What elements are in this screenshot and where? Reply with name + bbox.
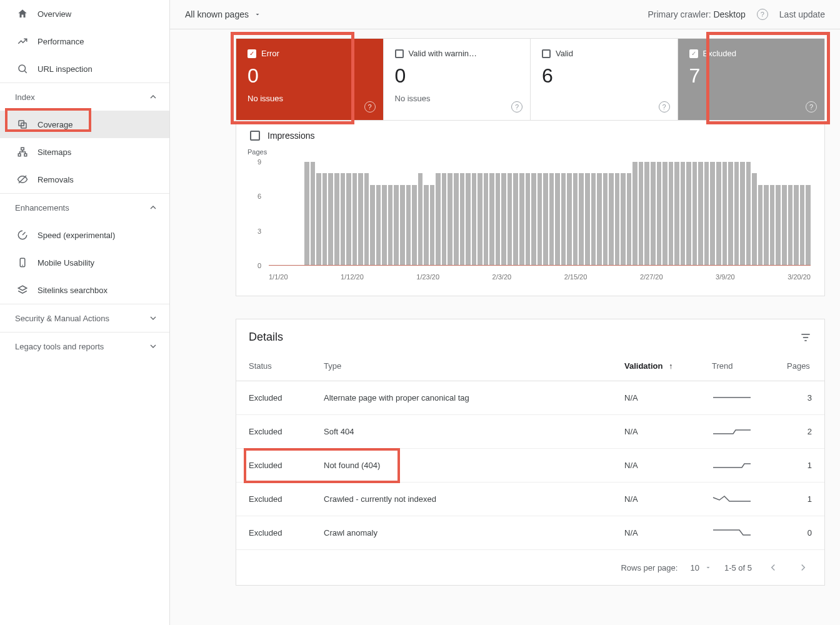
nav-overview[interactable]: Overview bbox=[0, 0, 169, 28]
svg-point-0 bbox=[19, 65, 26, 72]
bar bbox=[496, 173, 501, 265]
col-pages[interactable]: Pages bbox=[774, 351, 824, 381]
section-label: Index bbox=[15, 92, 35, 102]
nav-label: Speed (experimental) bbox=[38, 231, 115, 240]
next-page-button[interactable] bbox=[794, 559, 812, 576]
table-row[interactable]: ExcludedSoft 404N/A2 bbox=[236, 415, 824, 449]
col-status[interactable]: Status bbox=[236, 351, 311, 381]
section-label: Enhancements bbox=[15, 203, 69, 212]
bar bbox=[543, 173, 548, 265]
cell-pages: 1 bbox=[774, 482, 824, 516]
bar bbox=[662, 162, 668, 265]
cell-status: Excluded bbox=[236, 415, 311, 449]
layers-icon bbox=[15, 282, 30, 298]
status-card-excluded[interactable]: ✓ Excluded 7 ? bbox=[678, 39, 825, 120]
metric-value: 6 bbox=[542, 64, 666, 88]
chart-panel: Impressions Pages 0369 1/1/201/12/201/23… bbox=[236, 121, 825, 296]
svg-rect-6 bbox=[24, 154, 27, 156]
bar bbox=[674, 162, 679, 265]
bar bbox=[406, 185, 411, 265]
bar bbox=[454, 173, 459, 265]
bar bbox=[567, 173, 572, 265]
checkbox-icon bbox=[395, 49, 404, 58]
metric-sub: No issues bbox=[248, 94, 372, 103]
status-card-valid[interactable]: Valid 6 ? bbox=[531, 39, 678, 120]
topbar: All known pages Primary crawler: Desktop… bbox=[170, 0, 840, 29]
status-card-error[interactable]: ✓ Error 0 No issues ? bbox=[236, 39, 384, 120]
nav-coverage[interactable]: Coverage bbox=[0, 111, 169, 138]
pages-chart: 0369 1/1/201/12/201/23/202/3/202/15/202/… bbox=[250, 156, 813, 281]
table-footer: Rows per page: 10 1-5 of 5 bbox=[236, 550, 824, 585]
cell-trend bbox=[699, 482, 774, 516]
nav-sitemaps[interactable]: Sitemaps bbox=[0, 138, 169, 166]
bar bbox=[597, 173, 602, 265]
nav-sitelinks[interactable]: Sitelinks searchbox bbox=[0, 276, 169, 304]
bar bbox=[322, 173, 328, 265]
bar bbox=[555, 173, 560, 265]
pages-filter-dropdown[interactable]: All known pages bbox=[185, 9, 261, 19]
bar bbox=[341, 173, 346, 265]
status-card-warning[interactable]: Valid with warnin… 0 No issues ? bbox=[384, 39, 531, 120]
bar bbox=[692, 162, 698, 265]
bar bbox=[746, 162, 751, 265]
bar bbox=[728, 162, 733, 265]
col-trend[interactable]: Trend bbox=[699, 351, 774, 381]
section-legacy[interactable]: Legacy tools and reports bbox=[0, 332, 169, 360]
bar bbox=[716, 162, 721, 265]
prev-page-button[interactable] bbox=[764, 559, 782, 576]
nav-label: Mobile Usability bbox=[38, 258, 94, 268]
bar bbox=[657, 162, 662, 265]
nav-performance[interactable]: Performance bbox=[0, 28, 169, 55]
nav-label: Coverage bbox=[38, 120, 72, 129]
y-tick: 0 bbox=[258, 262, 261, 269]
nav-label: URL inspection bbox=[38, 64, 92, 74]
cell-type: Alternate page with proper canonical tag bbox=[311, 381, 612, 415]
col-type[interactable]: Type bbox=[311, 351, 612, 381]
section-index[interactable]: Index bbox=[0, 82, 169, 111]
help-icon[interactable]: ? bbox=[511, 101, 522, 112]
col-validation[interactable]: Validation ↑ bbox=[612, 351, 699, 381]
checkbox-icon bbox=[542, 49, 551, 58]
bar bbox=[632, 162, 638, 265]
table-row[interactable]: ExcludedCrawl anomalyN/A0 bbox=[236, 516, 824, 550]
bar bbox=[519, 173, 524, 265]
table-row[interactable]: ExcludedAlternate page with proper canon… bbox=[236, 381, 824, 415]
bar bbox=[698, 162, 703, 265]
help-icon[interactable]: ? bbox=[757, 9, 768, 20]
x-tick: 1/1/20 bbox=[269, 273, 288, 281]
bar bbox=[764, 185, 769, 265]
nav-mobile-usability[interactable]: Mobile Usability bbox=[0, 249, 169, 276]
help-icon[interactable]: ? bbox=[659, 101, 670, 112]
nav-removals[interactable]: Removals bbox=[0, 166, 169, 193]
help-icon[interactable]: ? bbox=[364, 101, 376, 112]
cell-trend bbox=[699, 415, 774, 449]
section-enhancements[interactable]: Enhancements bbox=[0, 193, 169, 221]
nav-speed[interactable]: Speed (experimental) bbox=[0, 221, 169, 249]
cell-type: Crawl anomaly bbox=[311, 516, 612, 550]
metric-label: Valid bbox=[556, 49, 573, 58]
svg-rect-4 bbox=[21, 148, 24, 150]
bar bbox=[609, 173, 614, 265]
bar bbox=[448, 173, 452, 265]
bar bbox=[806, 185, 811, 265]
checkbox-impressions[interactable] bbox=[250, 131, 260, 141]
rows-per-page-select[interactable]: 10 bbox=[690, 563, 711, 572]
bar bbox=[776, 185, 781, 265]
bar bbox=[370, 185, 375, 265]
filter-icon[interactable] bbox=[799, 331, 812, 344]
impressions-label: Impressions bbox=[268, 131, 314, 141]
metric-sub: No issues bbox=[395, 94, 519, 103]
table-row[interactable]: ExcludedNot found (404)N/A1 bbox=[236, 449, 824, 482]
bar bbox=[603, 173, 608, 265]
nav-url-inspection[interactable]: URL inspection bbox=[0, 55, 169, 82]
bar bbox=[669, 162, 674, 265]
bar bbox=[346, 173, 351, 265]
help-icon[interactable]: ? bbox=[806, 101, 817, 112]
section-security[interactable]: Security & Manual Actions bbox=[0, 304, 169, 332]
bar bbox=[681, 162, 686, 265]
cell-type: Soft 404 bbox=[311, 415, 612, 449]
bar bbox=[478, 173, 482, 265]
bar bbox=[418, 173, 423, 265]
table-row[interactable]: ExcludedCrawled - currently not indexedN… bbox=[236, 482, 824, 516]
main-content: All known pages Primary crawler: Desktop… bbox=[170, 0, 840, 625]
